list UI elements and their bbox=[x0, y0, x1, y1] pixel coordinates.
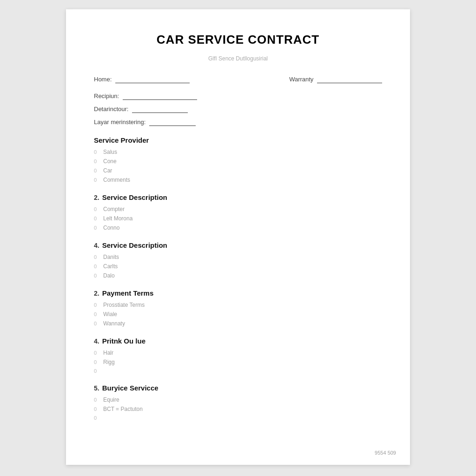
section-title-0: Service Provider bbox=[94, 136, 149, 144]
detail-value bbox=[132, 106, 188, 113]
section-number-1: 2. bbox=[94, 194, 99, 201]
list-item-text: Lelt Morona bbox=[103, 215, 132, 222]
document: CAR SERVICE CONTRACT GlfI Sence Dutllogu… bbox=[66, 9, 410, 465]
list-item: 0Compter bbox=[94, 206, 382, 212]
detail-label: Detarinctour: bbox=[94, 106, 128, 112]
list-item-text: Dalo bbox=[103, 272, 115, 279]
warranty-value bbox=[317, 76, 382, 83]
list-bullet: 0 bbox=[94, 273, 99, 278]
list-item-text: Danits bbox=[103, 254, 119, 260]
section-number-3: 2. bbox=[94, 290, 99, 297]
list-bullet: 0 bbox=[94, 254, 99, 260]
list-bullet: 0 bbox=[94, 321, 99, 326]
list-bullet: 0 bbox=[94, 206, 99, 212]
list-item: 0 bbox=[94, 415, 382, 421]
list-item: 0Rigg bbox=[94, 359, 382, 365]
list-item: 0Prosstiate Terms bbox=[94, 302, 382, 308]
list-item: 0Dalo bbox=[94, 272, 382, 279]
list-item: 0Cone bbox=[94, 158, 382, 165]
list-item-text: Wiale bbox=[103, 311, 117, 317]
list-bullet: 0 bbox=[94, 264, 99, 269]
section-title-5: Buryice Servicce bbox=[102, 384, 159, 392]
list-item: 0Carlts bbox=[94, 263, 382, 270]
list-bullet: 0 bbox=[94, 397, 99, 403]
home-label: Home: bbox=[94, 76, 112, 83]
section-4: 4.Pritnk Ou lue0Halr0Rigg0 bbox=[94, 337, 382, 374]
list-item-text: Salus bbox=[103, 149, 117, 155]
list-item: 0Car bbox=[94, 167, 382, 174]
recipient-label: Recipiun: bbox=[94, 93, 119, 99]
layer-value bbox=[149, 119, 196, 126]
list-item-text: Compter bbox=[103, 206, 125, 212]
list-bullet: 0 bbox=[94, 406, 99, 412]
list-item: 0Conno bbox=[94, 225, 382, 231]
list-item: 0Wannaty bbox=[94, 320, 382, 327]
section-list-4: 0Halr0Rigg0 bbox=[94, 350, 382, 374]
list-bullet: 0 bbox=[94, 311, 99, 317]
list-item: 0Comments bbox=[94, 177, 382, 183]
section-list-0: 0Salus0Cone0Car0Comments bbox=[94, 149, 382, 183]
list-item-text: Wannaty bbox=[103, 320, 125, 327]
list-bullet: 0 bbox=[94, 302, 99, 308]
list-bullet: 0 bbox=[94, 159, 99, 164]
list-item-text: Conno bbox=[103, 225, 119, 231]
list-item-text: Carlts bbox=[103, 263, 118, 270]
section-number-2: 4. bbox=[94, 242, 99, 249]
section-number-4: 4. bbox=[94, 337, 99, 345]
list-item: 0Lelt Morona bbox=[94, 215, 382, 222]
section-heading-1: 2.Service Description bbox=[94, 193, 382, 201]
section-heading-5: 5.Buryice Servicce bbox=[94, 384, 382, 392]
list-bullet: 0 bbox=[94, 149, 99, 155]
home-value bbox=[115, 76, 190, 83]
header-fields: Home: Warranty bbox=[94, 76, 382, 89]
list-item-text: Equire bbox=[103, 397, 119, 403]
list-bullet: 0 bbox=[94, 415, 99, 421]
document-subtitle: GlfI Sence Dutllogusirial bbox=[94, 55, 382, 62]
section-3: 2.Payment Terms0Prosstiate Terms0Wiale0W… bbox=[94, 289, 382, 327]
section-list-1: 0Compter0Lelt Morona0Conno bbox=[94, 206, 382, 231]
list-item: 0Equire bbox=[94, 397, 382, 403]
section-title-4: Pritnk Ou lue bbox=[102, 337, 145, 345]
list-item-text: BCT = Pactuton bbox=[103, 406, 143, 412]
list-item-text: Halr bbox=[103, 350, 113, 356]
list-item: 0Halr bbox=[94, 350, 382, 356]
layer-label: Layar merinstering: bbox=[94, 119, 145, 126]
recipient-value bbox=[123, 93, 197, 100]
section-title-1: Service Description bbox=[102, 193, 167, 201]
home-field: Home: bbox=[94, 76, 190, 83]
section-0: Service Provider0Salus0Cone0Car0Comments bbox=[94, 136, 382, 183]
section-title-3: Payment Terms bbox=[102, 289, 154, 297]
warranty-label: Warranty bbox=[289, 76, 313, 83]
list-item-text: Prosstiate Terms bbox=[103, 302, 145, 308]
list-bullet: 0 bbox=[94, 359, 99, 365]
layer-field: Layar merinstering: bbox=[94, 119, 382, 126]
section-5: 5.Buryice Servicce0Equire0BCT = Pactuton… bbox=[94, 384, 382, 421]
document-title: CAR SERVICE CONTRACT bbox=[94, 33, 382, 47]
list-item: 0 bbox=[94, 368, 382, 374]
list-item-text: Rigg bbox=[103, 359, 115, 365]
list-item-text: Car bbox=[103, 167, 112, 174]
sections-container: Service Provider0Salus0Cone0Car0Comments… bbox=[94, 136, 382, 421]
section-list-3: 0Prosstiate Terms0Wiale0Wannaty bbox=[94, 302, 382, 327]
list-bullet: 0 bbox=[94, 350, 99, 356]
section-title-2: Service Description bbox=[102, 241, 167, 249]
list-bullet: 0 bbox=[94, 368, 99, 374]
section-number-5: 5. bbox=[94, 384, 99, 392]
list-item: 0Danits bbox=[94, 254, 382, 260]
list-item: 0Salus bbox=[94, 149, 382, 155]
section-heading-3: 2.Payment Terms bbox=[94, 289, 382, 297]
list-item: 0Wiale bbox=[94, 311, 382, 317]
section-list-2: 0Danits0Carlts0Dalo bbox=[94, 254, 382, 279]
section-2: 4.Service Description0Danits0Carlts0Dalo bbox=[94, 241, 382, 279]
section-heading-2: 4.Service Description bbox=[94, 241, 382, 249]
list-item-text: Cone bbox=[103, 158, 117, 165]
section-1: 2.Service Description0Compter0Lelt Moron… bbox=[94, 193, 382, 231]
recipient-field: Recipiun: bbox=[94, 93, 382, 100]
list-bullet: 0 bbox=[94, 216, 99, 221]
list-item-text: Comments bbox=[103, 177, 130, 183]
list-bullet: 0 bbox=[94, 168, 99, 173]
list-bullet: 0 bbox=[94, 225, 99, 231]
section-heading-4: 4.Pritnk Ou lue bbox=[94, 337, 382, 345]
section-list-5: 0Equire0BCT = Pactuton0 bbox=[94, 397, 382, 421]
section-heading-0: Service Provider bbox=[94, 136, 382, 144]
